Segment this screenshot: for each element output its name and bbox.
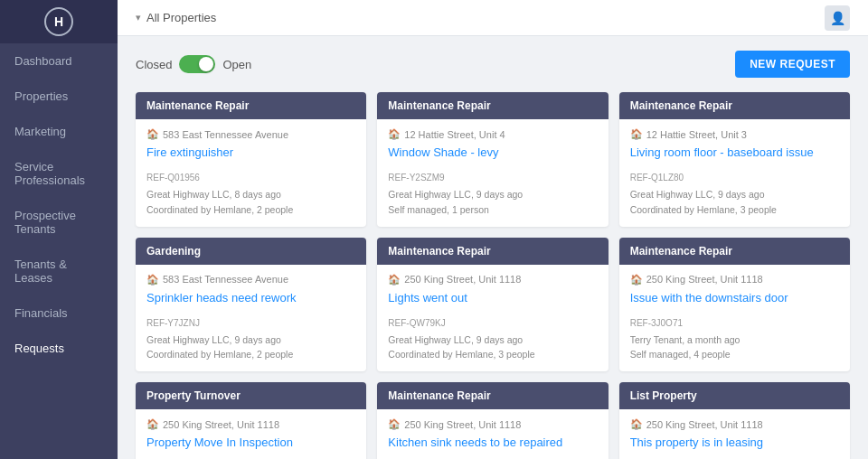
sidebar-item-service-professionals[interactable]: Service Professionals — [0, 149, 118, 198]
card-title[interactable]: Kitchen sink needs to be repaired — [388, 436, 597, 452]
card-3: Gardening 🏠 583 East Tennessee Avenue Sp… — [136, 238, 366, 372]
card-meta2: Coordinated by Hemlane, 3 people — [388, 347, 597, 362]
new-request-button[interactable]: NEW REQUEST — [735, 51, 850, 78]
card-header: Maintenance Repair — [377, 238, 608, 265]
card-address-text: 250 King Street, Unit 1118 — [646, 419, 763, 430]
card-address: 🏠 250 King Street, Unit 1118 — [146, 418, 355, 430]
home-icon: 🏠 — [146, 418, 159, 430]
home-icon: 🏠 — [630, 128, 643, 140]
status-toggle[interactable] — [179, 55, 215, 73]
closed-label: Closed — [136, 58, 172, 71]
card-ref: REF-QW79KJ — [388, 316, 597, 331]
content-area: Closed Open NEW REQUEST Maintenance Repa… — [118, 36, 868, 459]
card-1: Maintenance Repair 🏠 12 Hattie Street, U… — [377, 92, 608, 227]
card-address: 🏠 250 King Street, Unit 1118 — [388, 274, 597, 286]
card-ref: REF-Q1LZ80 — [630, 171, 839, 185]
status-toggle-group: Closed Open — [136, 55, 251, 73]
card-address-text: 583 East Tennessee Avenue — [163, 129, 288, 140]
card-title[interactable]: Property Move In Inspection — [146, 436, 355, 452]
card-header: Maintenance Repair — [377, 92, 608, 119]
card-address-text: 250 King Street, Unit 1118 — [163, 419, 279, 430]
card-ref: REF-Y2SZM9 — [388, 171, 597, 185]
main-content: ▾ All Properties 👤 Closed Open NEW REQUE… — [118, 0, 868, 459]
cards-grid: Maintenance Repair 🏠 583 East Tennessee … — [136, 92, 850, 459]
card-address-text: 250 King Street, Unit 1118 — [404, 419, 521, 430]
card-2: Maintenance Repair 🏠 12 Hattie Street, U… — [619, 92, 850, 227]
card-meta2: Self managed, 4 people — [630, 347, 839, 362]
card-meta1: Great Highway LLC, 9 days ago — [146, 333, 355, 348]
breadcrumb-arrow-icon: ▾ — [136, 12, 141, 23]
card-title[interactable]: Sprinkler heads need rework — [146, 291, 355, 307]
card-address: 🏠 250 King Street, Unit 1118 — [630, 418, 839, 430]
card-7: Maintenance Repair 🏠 250 King Street, Un… — [377, 382, 608, 459]
sidebar-item-tenants-&-leases[interactable]: Tenants & Leases — [0, 247, 118, 295]
card-ref: REF-Q01956 — [146, 171, 355, 185]
home-icon: 🏠 — [388, 274, 401, 286]
card-title[interactable]: Fire extinguisher — [146, 145, 355, 162]
toggle-row: Closed Open NEW REQUEST — [136, 51, 850, 78]
card-title[interactable]: Lights went out — [388, 291, 597, 307]
sidebar-item-properties[interactable]: Properties — [0, 79, 118, 114]
card-meta1: Terry Tenant, a month ago — [630, 333, 839, 348]
card-meta2: Coordinated by Hemlane, 2 people — [146, 202, 355, 218]
card-body: 🏠 12 Hattie Street, Unit 4 Window Shade … — [377, 119, 608, 227]
card-meta: REF-3J0O71 Terry Tenant, a month ago Sel… — [630, 316, 839, 363]
card-body: 🏠 250 King Street, Unit 1118 Lights went… — [377, 265, 608, 372]
card-meta: REF-Q01956 Great Highway LLC, 8 days ago… — [146, 171, 355, 218]
card-meta1: Great Highway LLC, 9 days ago — [388, 187, 597, 202]
card-meta: REF-QW79KJ Great Highway LLC, 9 days ago… — [388, 316, 597, 363]
sidebar-nav: DashboardPropertiesMarketingService Prof… — [0, 43, 118, 366]
card-body: 🏠 583 East Tennessee Avenue Fire extingu… — [136, 119, 366, 227]
sidebar-item-marketing[interactable]: Marketing — [0, 114, 118, 149]
sidebar-item-dashboard[interactable]: Dashboard — [0, 43, 118, 79]
sidebar-logo: H — [0, 0, 118, 43]
card-body: 🏠 250 King Street, Unit 1118 Property Mo… — [136, 409, 366, 459]
card-header: Maintenance Repair — [377, 382, 608, 409]
card-title[interactable]: Issue with the downstairs door — [630, 291, 839, 307]
card-meta2: Coordinated by Hemlane, 2 people — [146, 347, 355, 362]
card-meta: REF-Y7JZNJ Great Highway LLC, 9 days ago… — [146, 316, 355, 363]
card-header: Property Turnover — [136, 382, 366, 409]
card-meta1: Great Highway LLC, 9 days ago — [388, 333, 597, 348]
card-body: 🏠 583 East Tennessee Avenue Sprinkler he… — [136, 265, 366, 372]
card-address: 🏠 250 King Street, Unit 1118 — [388, 418, 597, 430]
card-address-text: 250 King Street, Unit 1118 — [404, 274, 521, 285]
card-title[interactable]: Living room floor - baseboard issue — [630, 145, 839, 162]
card-header: Maintenance Repair — [619, 238, 850, 265]
card-title[interactable]: Window Shade - levy — [388, 145, 597, 162]
card-meta: REF-Y2SZM9 Great Highway LLC, 9 days ago… — [388, 171, 597, 218]
topbar: ▾ All Properties 👤 — [118, 0, 868, 36]
card-address-text: 12 Hattie Street, Unit 3 — [646, 129, 747, 140]
breadcrumb-label: All Properties — [146, 11, 216, 24]
card-header: Maintenance Repair — [619, 92, 850, 119]
card-address-text: 250 King Street, Unit 1118 — [646, 274, 763, 285]
sidebar-item-financials[interactable]: Financials — [0, 295, 118, 331]
card-body: 🏠 250 King Street, Unit 1118 This proper… — [619, 409, 850, 459]
card-meta2: Coordinated by Hemlane, 3 people — [630, 202, 839, 218]
card-header: Maintenance Repair — [136, 92, 366, 119]
sidebar-item-prospective-tenants[interactable]: Prospective Tenants — [0, 198, 118, 247]
card-6: Property Turnover 🏠 250 King Street, Uni… — [136, 382, 366, 459]
card-address: 🏠 12 Hattie Street, Unit 3 — [630, 128, 839, 140]
home-icon: 🏠 — [146, 274, 159, 286]
home-icon: 🏠 — [630, 418, 643, 430]
sidebar-item-requests[interactable]: Requests — [0, 331, 118, 366]
card-0: Maintenance Repair 🏠 583 East Tennessee … — [136, 92, 366, 227]
home-icon: 🏠 — [630, 274, 643, 286]
sidebar: H DashboardPropertiesMarketingService Pr… — [0, 0, 118, 459]
card-8: List Property 🏠 250 King Street, Unit 11… — [619, 382, 850, 459]
card-meta2: Self managed, 1 person — [388, 202, 597, 218]
card-body: 🏠 12 Hattie Street, Unit 3 Living room f… — [619, 119, 850, 227]
card-header: List Property — [619, 382, 850, 409]
card-5: Maintenance Repair 🏠 250 King Street, Un… — [619, 238, 850, 372]
user-icon[interactable]: 👤 — [825, 5, 850, 31]
card-header: Gardening — [136, 238, 366, 265]
card-title[interactable]: This property is in leasing — [630, 436, 839, 452]
card-ref: REF-3J0O71 — [630, 316, 839, 331]
card-meta1: Great Highway LLC, 9 days ago — [630, 187, 839, 202]
home-icon: 🏠 — [388, 418, 401, 430]
card-address: 🏠 12 Hattie Street, Unit 4 — [388, 128, 597, 140]
card-ref: REF-Y7JZNJ — [146, 316, 355, 331]
card-address: 🏠 250 King Street, Unit 1118 — [630, 274, 839, 286]
home-icon: 🏠 — [146, 128, 159, 140]
